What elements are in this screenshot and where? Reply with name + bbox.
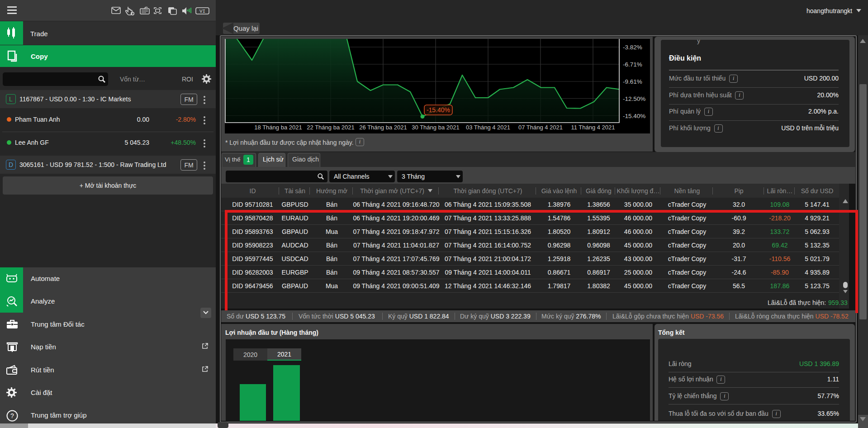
svg-text:30 Tháng ba 2021: 30 Tháng ba 2021: [412, 124, 459, 131]
svg-text:-12.50%: -12.50%: [623, 95, 645, 102]
svg-text:11 Tháng 4 2021: 11 Tháng 4 2021: [571, 124, 615, 131]
svg-text:-15.40%: -15.40%: [623, 113, 645, 119]
svg-text:-6.71%: -6.71%: [623, 61, 642, 68]
svg-text:07 Tháng 4 2021: 07 Tháng 4 2021: [518, 124, 563, 131]
svg-text:22 Tháng ba 2021: 22 Tháng ba 2021: [307, 124, 354, 131]
svg-text:-9.61%: -9.61%: [623, 78, 642, 85]
svg-text:18 Tháng ba 2021: 18 Tháng ba 2021: [254, 124, 302, 131]
svg-text:VI: VI: [199, 9, 205, 14]
svg-text:03 Tháng 4 2021: 03 Tháng 4 2021: [466, 124, 510, 131]
svg-text:?: ?: [10, 412, 14, 419]
svg-text:26 Tháng ba 2021: 26 Tháng ba 2021: [359, 124, 407, 131]
svg-text:-15.40%: -15.40%: [427, 106, 450, 114]
svg-text:-3.82%: -3.82%: [623, 44, 642, 51]
